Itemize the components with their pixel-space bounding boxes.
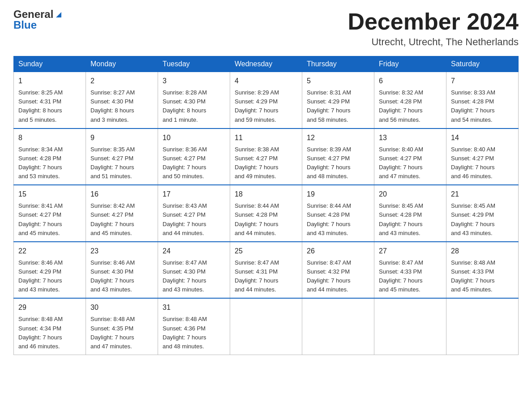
day-info: Sunrise: 8:28 AM Sunset: 4:30 PM Dayligh…	[163, 88, 225, 124]
day-number: 8	[18, 133, 81, 143]
calendar-cell	[374, 298, 446, 355]
calendar-row: 1Sunrise: 8:25 AM Sunset: 4:31 PM Daylig…	[14, 72, 519, 128]
calendar-cell: 21Sunrise: 8:45 AM Sunset: 4:29 PM Dayli…	[446, 185, 519, 242]
day-number: 5	[307, 76, 369, 86]
day-number: 30	[90, 302, 153, 313]
calendar-cell: 10Sunrise: 8:36 AM Sunset: 4:27 PM Dayli…	[158, 128, 230, 185]
day-info: Sunrise: 8:43 AM Sunset: 4:27 PM Dayligh…	[163, 201, 225, 238]
day-info: Sunrise: 8:34 AM Sunset: 4:28 PM Dayligh…	[18, 145, 81, 181]
day-info: Sunrise: 8:25 AM Sunset: 4:31 PM Dayligh…	[18, 88, 81, 124]
calendar-header-cell: Wednesday	[230, 56, 302, 72]
day-number: 14	[451, 133, 514, 143]
calendar-cell: 31Sunrise: 8:48 AM Sunset: 4:36 PM Dayli…	[158, 298, 230, 355]
calendar-header: SundayMondayTuesdayWednesdayThursdayFrid…	[14, 56, 519, 72]
day-info: Sunrise: 8:36 AM Sunset: 4:27 PM Dayligh…	[163, 145, 225, 181]
svg-marker-0	[56, 12, 61, 17]
calendar-cell: 3Sunrise: 8:28 AM Sunset: 4:30 PM Daylig…	[158, 72, 230, 128]
day-info: Sunrise: 8:32 AM Sunset: 4:28 PM Dayligh…	[379, 88, 442, 124]
day-number: 26	[307, 246, 369, 257]
day-number: 3	[163, 76, 225, 86]
calendar-cell: 17Sunrise: 8:43 AM Sunset: 4:27 PM Dayli…	[158, 185, 230, 242]
day-info: Sunrise: 8:41 AM Sunset: 4:27 PM Dayligh…	[18, 201, 81, 238]
day-info: Sunrise: 8:40 AM Sunset: 4:27 PM Dayligh…	[379, 145, 442, 181]
calendar-cell	[230, 298, 302, 355]
day-number: 9	[90, 133, 153, 143]
day-info: Sunrise: 8:47 AM Sunset: 4:31 PM Dayligh…	[235, 258, 297, 295]
calendar-cell: 18Sunrise: 8:44 AM Sunset: 4:28 PM Dayli…	[230, 185, 302, 242]
day-number: 18	[235, 189, 297, 200]
logo-general-label: General	[13, 9, 53, 20]
calendar-cell: 25Sunrise: 8:47 AM Sunset: 4:31 PM Dayli…	[230, 242, 302, 299]
calendar-cell: 30Sunrise: 8:48 AM Sunset: 4:35 PM Dayli…	[86, 298, 158, 355]
calendar-cell	[302, 298, 374, 355]
calendar-cell: 28Sunrise: 8:48 AM Sunset: 4:33 PM Dayli…	[446, 242, 519, 299]
title-area: December 2024 Utrecht, Utrecht, The Neth…	[348, 9, 519, 48]
day-info: Sunrise: 8:27 AM Sunset: 4:30 PM Dayligh…	[90, 88, 153, 124]
day-info: Sunrise: 8:31 AM Sunset: 4:29 PM Dayligh…	[307, 88, 369, 124]
calendar-cell: 26Sunrise: 8:47 AM Sunset: 4:32 PM Dayli…	[302, 242, 374, 299]
calendar-header-cell: Saturday	[446, 56, 519, 72]
calendar-row: 8Sunrise: 8:34 AM Sunset: 4:28 PM Daylig…	[14, 128, 519, 185]
day-info: Sunrise: 8:48 AM Sunset: 4:33 PM Dayligh…	[451, 258, 514, 295]
day-number: 12	[307, 133, 369, 143]
day-info: Sunrise: 8:47 AM Sunset: 4:30 PM Dayligh…	[163, 258, 225, 295]
logo: General Blue	[13, 9, 63, 30]
calendar-header-cell: Tuesday	[158, 56, 230, 72]
calendar-body: 1Sunrise: 8:25 AM Sunset: 4:31 PM Daylig…	[14, 72, 519, 355]
day-info: Sunrise: 8:35 AM Sunset: 4:27 PM Dayligh…	[90, 145, 153, 181]
day-info: Sunrise: 8:44 AM Sunset: 4:28 PM Dayligh…	[307, 201, 369, 238]
day-number: 1	[18, 76, 81, 86]
day-number: 31	[163, 302, 225, 313]
calendar-cell: 11Sunrise: 8:38 AM Sunset: 4:27 PM Dayli…	[230, 128, 302, 185]
day-number: 20	[379, 189, 442, 200]
main-title: December 2024	[348, 9, 519, 34]
day-info: Sunrise: 8:42 AM Sunset: 4:27 PM Dayligh…	[90, 201, 153, 238]
calendar-header-cell: Sunday	[14, 56, 86, 72]
day-number: 24	[163, 246, 225, 257]
day-info: Sunrise: 8:29 AM Sunset: 4:29 PM Dayligh…	[235, 88, 297, 124]
day-info: Sunrise: 8:33 AM Sunset: 4:28 PM Dayligh…	[451, 88, 514, 124]
day-info: Sunrise: 8:39 AM Sunset: 4:27 PM Dayligh…	[307, 145, 369, 181]
calendar-header-cell: Thursday	[302, 56, 374, 72]
calendar-row: 22Sunrise: 8:46 AM Sunset: 4:29 PM Dayli…	[14, 242, 519, 299]
calendar-cell: 13Sunrise: 8:40 AM Sunset: 4:27 PM Dayli…	[374, 128, 446, 185]
calendar-cell: 23Sunrise: 8:46 AM Sunset: 4:30 PM Dayli…	[86, 242, 158, 299]
day-info: Sunrise: 8:48 AM Sunset: 4:35 PM Dayligh…	[90, 315, 153, 351]
day-info: Sunrise: 8:45 AM Sunset: 4:29 PM Dayligh…	[451, 201, 514, 238]
calendar-cell: 22Sunrise: 8:46 AM Sunset: 4:29 PM Dayli…	[14, 242, 86, 299]
calendar-row: 29Sunrise: 8:48 AM Sunset: 4:34 PM Dayli…	[14, 298, 519, 355]
day-info: Sunrise: 8:44 AM Sunset: 4:28 PM Dayligh…	[235, 201, 297, 238]
day-info: Sunrise: 8:38 AM Sunset: 4:27 PM Dayligh…	[235, 145, 297, 181]
calendar-cell: 29Sunrise: 8:48 AM Sunset: 4:34 PM Dayli…	[14, 298, 86, 355]
day-info: Sunrise: 8:48 AM Sunset: 4:34 PM Dayligh…	[18, 315, 81, 351]
calendar-cell: 14Sunrise: 8:40 AM Sunset: 4:27 PM Dayli…	[446, 128, 519, 185]
calendar-cell: 2Sunrise: 8:27 AM Sunset: 4:30 PM Daylig…	[86, 72, 158, 128]
calendar-header-cell: Friday	[374, 56, 446, 72]
calendar-header-cell: Monday	[86, 56, 158, 72]
calendar-row: 15Sunrise: 8:41 AM Sunset: 4:27 PM Dayli…	[14, 185, 519, 242]
day-number: 25	[235, 246, 297, 257]
calendar-cell: 9Sunrise: 8:35 AM Sunset: 4:27 PM Daylig…	[86, 128, 158, 185]
day-number: 21	[451, 189, 514, 200]
calendar-cell: 20Sunrise: 8:45 AM Sunset: 4:28 PM Dayli…	[374, 185, 446, 242]
day-number: 13	[379, 133, 442, 143]
day-number: 2	[90, 76, 153, 86]
calendar-cell: 12Sunrise: 8:39 AM Sunset: 4:27 PM Dayli…	[302, 128, 374, 185]
day-number: 15	[18, 189, 81, 200]
logo-triangle-icon	[54, 9, 63, 18]
day-number: 16	[90, 189, 153, 200]
calendar-header-row: SundayMondayTuesdayWednesdayThursdayFrid…	[14, 56, 519, 72]
page-header: General Blue December 2024 Utrecht, Utre…	[13, 9, 519, 48]
day-number: 4	[235, 76, 297, 86]
calendar-cell: 19Sunrise: 8:44 AM Sunset: 4:28 PM Dayli…	[302, 185, 374, 242]
day-info: Sunrise: 8:40 AM Sunset: 4:27 PM Dayligh…	[451, 145, 514, 181]
day-number: 27	[379, 246, 442, 257]
day-info: Sunrise: 8:47 AM Sunset: 4:32 PM Dayligh…	[307, 258, 369, 295]
calendar-cell: 1Sunrise: 8:25 AM Sunset: 4:31 PM Daylig…	[14, 72, 86, 128]
calendar-cell: 8Sunrise: 8:34 AM Sunset: 4:28 PM Daylig…	[14, 128, 86, 185]
calendar-cell: 27Sunrise: 8:47 AM Sunset: 4:33 PM Dayli…	[374, 242, 446, 299]
day-info: Sunrise: 8:46 AM Sunset: 4:30 PM Dayligh…	[90, 258, 153, 295]
calendar-cell: 16Sunrise: 8:42 AM Sunset: 4:27 PM Dayli…	[86, 185, 158, 242]
calendar-cell: 15Sunrise: 8:41 AM Sunset: 4:27 PM Dayli…	[14, 185, 86, 242]
calendar-cell: 4Sunrise: 8:29 AM Sunset: 4:29 PM Daylig…	[230, 72, 302, 128]
